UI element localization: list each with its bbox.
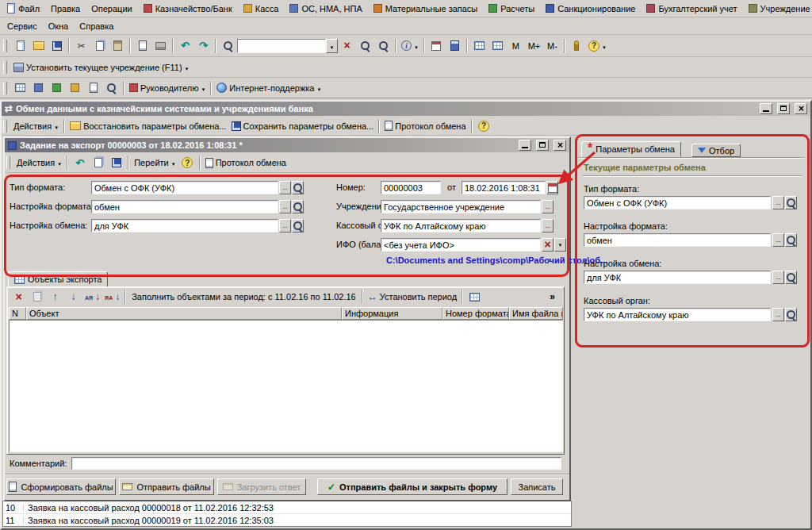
clear-search-button[interactable]: [338, 37, 356, 55]
panel-cash-organ-open-button[interactable]: [785, 308, 797, 321]
new-document-button[interactable]: [11, 37, 29, 55]
panel-format-type-open-button[interactable]: [785, 196, 797, 209]
exchange-setting-select-button[interactable]: ...: [279, 219, 291, 232]
panel-cash-organ-select-button[interactable]: ...: [772, 308, 784, 321]
menu-item-operations[interactable]: Операции: [86, 2, 137, 16]
search-dropdown-button[interactable]: [326, 39, 338, 53]
column-header-n[interactable]: N: [9, 307, 26, 320]
menu-item-fixed-assets[interactable]: ОС, НМА, НПА: [284, 2, 367, 16]
list-settings-button[interactable]: [465, 290, 484, 304]
more-buttons-button[interactable]: [543, 290, 561, 304]
exchange-protocol-button[interactable]: Протокол обмена: [203, 154, 289, 171]
toolbar-grip[interactable]: [3, 120, 7, 132]
menu-item-help[interactable]: Справка: [74, 19, 119, 33]
processing-button[interactable]: [84, 79, 102, 97]
move-down-button[interactable]: [64, 290, 82, 304]
format-type-open-button[interactable]: [292, 181, 304, 194]
panel-format-setting-open-button[interactable]: [785, 233, 797, 247]
export-file-path[interactable]: C:\Documents and Settings\comp\Рабочий с…: [386, 255, 607, 265]
panel-format-setting-input[interactable]: обмен: [584, 233, 771, 247]
column-header-filename[interactable]: Имя файла выг...: [509, 307, 563, 320]
menu-item-institution[interactable]: Учреждение: [743, 2, 812, 16]
menu-item-edit[interactable]: Правка: [45, 2, 86, 16]
institution-input[interactable]: Государственное учреждение: [381, 200, 541, 213]
send-files-button[interactable]: Отправить файлы: [119, 478, 214, 495]
find-button[interactable]: [219, 37, 237, 55]
minimize-button[interactable]: [760, 103, 772, 114]
panel-cash-organ-input[interactable]: УФК по Алтайскому краю: [584, 308, 771, 321]
cash-organ-select-button[interactable]: ...: [542, 219, 553, 232]
close-button[interactable]: [795, 103, 807, 114]
copy-row-button[interactable]: [28, 290, 46, 304]
info-button[interactable]: [399, 37, 421, 55]
registers-button[interactable]: [11, 79, 29, 97]
toolbar-grip[interactable]: [3, 61, 7, 74]
tab-exchange-params[interactable]: Параметры обмена: [581, 141, 681, 157]
paste-button[interactable]: [109, 37, 127, 55]
exchange-setting-open-button[interactable]: [292, 219, 304, 232]
exchange-window-titlebar[interactable]: Обмен данными с казначейскими системами …: [2, 102, 810, 116]
calendar-button[interactable]: [427, 37, 446, 55]
column-header-format-number[interactable]: Номер формата: [442, 307, 509, 320]
zoom-m-button[interactable]: М: [507, 37, 525, 55]
search-data-button[interactable]: [102, 79, 121, 97]
list-row[interactable]: 10 Заявка на кассовый расход 00000018 от…: [3, 501, 571, 514]
save-button[interactable]: Записать: [511, 478, 563, 495]
goto-menu-button[interactable]: Перейти: [132, 154, 178, 171]
panel-exchange-setting-select-button[interactable]: ...: [772, 271, 784, 284]
ifo-clear-button[interactable]: [542, 238, 553, 252]
menu-item-accounting[interactable]: Бухгалтерский учет: [641, 2, 742, 16]
protocol-button[interactable]: Протокол обмена: [382, 117, 468, 135]
create-files-button[interactable]: Сформировать файлы: [6, 478, 116, 495]
menu-item-materials[interactable]: Материальные запасы: [368, 2, 484, 16]
menu-item-treasury-bank[interactable]: Казначейство/Банк: [138, 2, 238, 16]
undo-button[interactable]: [176, 37, 194, 55]
find-next-button[interactable]: [356, 37, 374, 55]
panel-exchange-setting-open-button[interactable]: [785, 271, 797, 284]
manager-button[interactable]: Руководителю: [127, 79, 208, 97]
ifo-dropdown-button[interactable]: [554, 238, 566, 252]
copy-document-button[interactable]: [89, 154, 107, 171]
panel-format-setting-select-button[interactable]: ...: [772, 233, 784, 247]
toolbar-grip[interactable]: [3, 40, 7, 52]
copy-button[interactable]: [90, 37, 109, 55]
print-button[interactable]: [151, 37, 170, 55]
panel-format-type-input[interactable]: Обмен с ОФК (УФК): [584, 196, 771, 209]
references-button[interactable]: [66, 79, 84, 97]
sort-desc-button[interactable]: [102, 290, 122, 304]
toolbar-grip[interactable]: [3, 82, 7, 94]
menu-item-file[interactable]: Файл: [2, 1, 45, 16]
print-preview-button[interactable]: [133, 37, 151, 55]
zoom-m-minus-button[interactable]: М-: [543, 37, 561, 55]
spreadsheet-button[interactable]: [488, 37, 507, 55]
format-setting-open-button[interactable]: [292, 200, 304, 213]
format-type-input[interactable]: Обмен с ОФК (УФК): [91, 181, 278, 194]
menu-item-sanctioning[interactable]: Санкционирование: [540, 2, 641, 16]
cut-button[interactable]: [72, 37, 90, 55]
ifo-combobox[interactable]: <без учета ИФО>: [381, 238, 541, 252]
sort-asc-button[interactable]: [82, 290, 102, 304]
fill-objects-button[interactable]: Заполнить объектами за период: с 11.02.1…: [128, 290, 359, 304]
find-in-list-button[interactable]: [374, 37, 393, 55]
panel-exchange-setting-input[interactable]: для УФК: [584, 271, 771, 284]
table-document-button[interactable]: [470, 37, 488, 55]
delete-row-button[interactable]: [10, 290, 28, 304]
redo-button[interactable]: [194, 37, 213, 55]
move-up-button[interactable]: [46, 290, 64, 304]
menu-item-calculations[interactable]: Расчеты: [483, 2, 540, 16]
save-params-button[interactable]: Сохранить параметры обмена...: [229, 117, 377, 135]
internet-support-button[interactable]: Интернет-поддержка: [214, 79, 324, 97]
minimize-button[interactable]: [519, 140, 531, 151]
post-document-button[interactable]: [107, 154, 125, 171]
quick-search-input[interactable]: [237, 39, 326, 53]
objects-table-body[interactable]: [9, 320, 563, 452]
maximize-button[interactable]: [536, 140, 549, 151]
restore-button[interactable]: [777, 103, 790, 114]
date-input[interactable]: 18.02.2016 1:08:31: [462, 181, 546, 194]
calculator-button[interactable]: [446, 37, 464, 55]
set-period-button[interactable]: Установить период: [366, 290, 459, 304]
zoom-m-plus-button[interactable]: М+: [525, 37, 543, 55]
open-button[interactable]: [29, 37, 48, 55]
menu-item-cash[interactable]: Касса: [238, 2, 285, 16]
help-button[interactable]: [475, 117, 493, 135]
